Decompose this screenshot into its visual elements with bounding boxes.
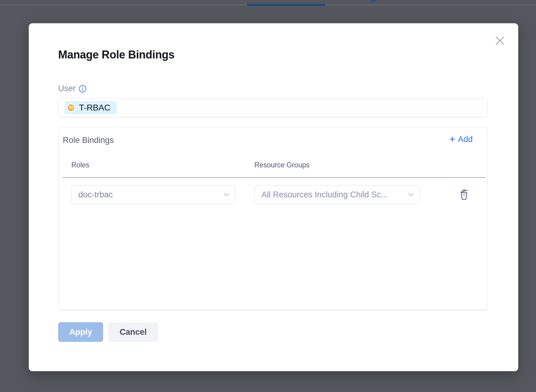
user-avatar: TR bbox=[67, 103, 75, 112]
dialog-title: Manage Role Bindings bbox=[58, 48, 174, 61]
info-icon[interactable] bbox=[79, 85, 87, 93]
user-input[interactable]: TR T-RBAC bbox=[58, 98, 488, 117]
user-chip-label: T-RBAC bbox=[79, 103, 111, 113]
trash-icon bbox=[459, 189, 470, 201]
table-header-divider bbox=[62, 177, 485, 178]
user-chip[interactable]: TR T-RBAC bbox=[65, 101, 117, 114]
close-button[interactable] bbox=[492, 33, 508, 49]
column-header-resource-groups: Resource Groups bbox=[254, 161, 309, 169]
delete-role-binding-button[interactable] bbox=[457, 187, 471, 203]
chevron-down-icon bbox=[224, 193, 230, 196]
role-select-value: doc-trbac bbox=[78, 190, 113, 200]
apply-button[interactable]: Apply bbox=[58, 322, 103, 342]
column-header-roles: Roles bbox=[71, 161, 89, 169]
role-select[interactable]: doc-trbac bbox=[71, 185, 235, 204]
manage-role-bindings-dialog: Manage Role Bindings User TR T-RBAC Role… bbox=[29, 23, 518, 371]
close-icon bbox=[494, 35, 506, 47]
user-field-label: User bbox=[58, 84, 76, 93]
plus-icon: + bbox=[449, 135, 455, 143]
role-bindings-panel: Role Bindings + Add Roles Resource Group… bbox=[58, 127, 488, 310]
resource-group-select-value: All Resources Including Child Sc... bbox=[261, 190, 388, 200]
background-active-tab-indicator bbox=[247, 4, 325, 6]
resource-group-select[interactable]: All Resources Including Child Sc... bbox=[254, 185, 420, 204]
add-role-binding-button[interactable]: + Add bbox=[449, 135, 473, 144]
role-bindings-title: Role Bindings bbox=[63, 136, 114, 145]
user-field-label-row: User bbox=[58, 84, 87, 93]
background-partial-icon bbox=[371, 0, 376, 2]
add-button-label: Add bbox=[458, 135, 473, 144]
cancel-button[interactable]: Cancel bbox=[108, 322, 158, 342]
chevron-down-icon bbox=[408, 193, 414, 196]
screen-overlay: Manage Role Bindings User TR T-RBAC Role… bbox=[0, 0, 536, 392]
